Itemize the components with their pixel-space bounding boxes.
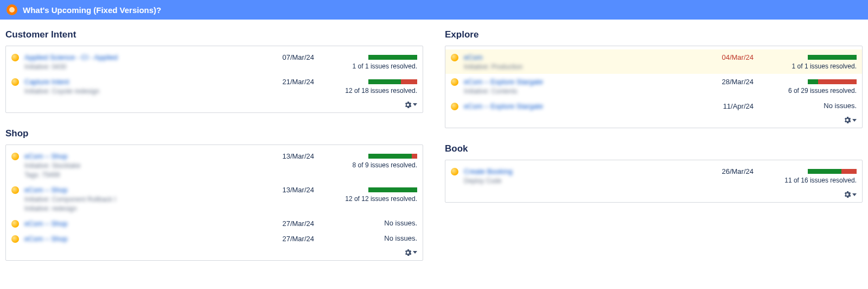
group-title: Explore (445, 29, 863, 40)
version-icon (11, 153, 19, 160)
progress-bar[interactable] (808, 169, 857, 174)
release-date: 28/Mar/24 (688, 77, 754, 86)
version-name[interactable]: eCom – ShopInitiative: StocktakeTags: 75… (24, 152, 249, 180)
chevron-down-icon (852, 193, 857, 196)
release-date: 27/Mar/24 (249, 234, 314, 243)
status-text: 12 of 12 issues resolved. (325, 195, 417, 204)
gear-icon (405, 249, 411, 256)
version-name[interactable]: eCom – Shop (24, 219, 249, 229)
release-date: 04/Mar/24 (688, 53, 754, 61)
release-date: 07/Mar/24 (249, 53, 314, 61)
group-title: Customer Intent (5, 29, 423, 40)
release-date: 13/Mar/24 (249, 152, 314, 160)
gear-icon (844, 117, 851, 123)
left-column: Customer IntentApplied Science - CI - Ap… (5, 29, 423, 276)
version-icon (11, 78, 19, 86)
version-row[interactable]: eComInitiative: Production04/Mar/241 of … (445, 49, 862, 74)
version-row[interactable]: Applied Science - CI - AppliedInitiative… (11, 49, 417, 74)
panel-footer (451, 188, 857, 198)
right-column: ExploreeComInitiative: Production04/Mar/… (445, 29, 863, 276)
progress-column: 8 of 9 issues resolved. (325, 152, 417, 170)
status-text: 1 of 1 issues resolved. (325, 62, 417, 71)
version-name[interactable]: eCom – Shop (24, 234, 249, 244)
progress-bar[interactable] (368, 154, 417, 159)
settings-button[interactable] (844, 117, 857, 123)
progress-column: No issues. (325, 234, 417, 242)
progress-bar[interactable] (368, 55, 417, 60)
settings-button[interactable] (405, 102, 417, 108)
project-group: Customer IntentApplied Science - CI - Ap… (5, 29, 423, 113)
version-icon (451, 168, 458, 175)
version-name[interactable]: Capture IntentInitiative: Coyote redesig… (24, 77, 249, 96)
panel-footer (11, 246, 417, 256)
progress-column: 12 of 12 issues resolved. (325, 185, 417, 204)
version-icon (451, 78, 458, 86)
project-group: BookCreate BookingDeploy Code26/Mar/2411… (445, 143, 863, 203)
group-panel: eCom – ShopInitiative: StocktakeTags: 75… (5, 144, 423, 261)
version-row[interactable]: Create BookingDeploy Code26/Mar/2411 of … (451, 164, 857, 188)
version-name[interactable]: eCom – Explore StargateInitiative: Conte… (464, 77, 688, 96)
status-text: 6 of 29 issues resolved. (764, 87, 857, 96)
version-icon (11, 186, 19, 194)
status-text: No issues. (325, 234, 417, 242)
version-name[interactable]: eCom – ShopInitiative: Component Rollbac… (24, 185, 249, 213)
columns: Customer IntentApplied Science - CI - Ap… (0, 20, 868, 281)
settings-button[interactable] (844, 191, 857, 198)
release-date: 27/Mar/24 (249, 219, 314, 228)
workflow-icon (7, 4, 17, 15)
chevron-down-icon (413, 103, 417, 106)
release-date: 26/Mar/24 (688, 167, 754, 175)
version-icon (451, 54, 458, 61)
version-name[interactable]: eComInitiative: Production (464, 53, 688, 72)
group-panel: eComInitiative: Production04/Mar/241 of … (445, 46, 863, 128)
progress-column: No issues. (764, 102, 857, 110)
status-text: 8 of 9 issues resolved. (325, 161, 417, 170)
status-text: 11 of 16 issues resolved. (764, 177, 857, 185)
version-row[interactable]: eCom – Shop27/Mar/24No issues. (11, 216, 417, 231)
project-group: ShopeCom – ShopInitiative: StocktakeTags… (5, 128, 423, 261)
settings-button[interactable] (405, 249, 417, 256)
progress-column: 11 of 16 issues resolved. (764, 167, 857, 185)
version-row[interactable]: eCom – Explore Stargate11/Apr/24No issue… (451, 98, 857, 114)
group-panel: Applied Science - CI - AppliedInitiative… (5, 46, 423, 113)
status-text: No issues. (764, 102, 857, 110)
release-date: 11/Apr/24 (688, 102, 754, 110)
progress-column: 1 of 1 issues resolved. (325, 53, 417, 71)
version-row[interactable]: eCom – ShopInitiative: Component Rollbac… (11, 182, 417, 216)
version-icon (11, 54, 19, 61)
status-text: No issues. (325, 219, 417, 227)
progress-column: No issues. (325, 219, 417, 227)
release-date: 21/Mar/24 (249, 77, 314, 86)
progress-bar[interactable] (808, 55, 857, 60)
version-icon (11, 220, 19, 228)
progress-column: 12 of 18 issues resolved. (325, 77, 417, 96)
progress-bar[interactable] (368, 79, 417, 84)
progress-bar[interactable] (368, 187, 417, 192)
panel-footer (451, 114, 857, 123)
progress-bar[interactable] (808, 79, 857, 84)
chevron-down-icon (413, 251, 417, 254)
gadget-title: What's Upcoming (Fixed Versions)? (23, 5, 161, 15)
version-row[interactable]: Capture IntentInitiative: Coyote redesig… (11, 74, 417, 98)
gear-icon (844, 191, 851, 198)
status-text: 12 of 18 issues resolved. (325, 87, 417, 96)
version-row[interactable]: eCom – Explore StargateInitiative: Conte… (451, 74, 857, 98)
version-row[interactable]: eCom – ShopInitiative: StocktakeTags: 75… (11, 148, 417, 182)
status-text: 1 of 1 issues resolved. (764, 62, 857, 71)
progress-column: 6 of 29 issues resolved. (764, 77, 857, 96)
version-icon (11, 235, 19, 243)
progress-column: 1 of 1 issues resolved. (764, 53, 857, 71)
group-title: Book (445, 143, 863, 154)
version-icon (451, 103, 458, 110)
version-row[interactable]: eCom – Shop27/Mar/24No issues. (11, 231, 417, 246)
gear-icon (405, 102, 411, 108)
chevron-down-icon (852, 119, 857, 122)
project-group: ExploreeComInitiative: Production04/Mar/… (445, 29, 863, 128)
group-title: Shop (5, 128, 423, 139)
gadget-header: What's Upcoming (Fixed Versions)? (0, 0, 868, 20)
version-name[interactable]: eCom – Explore Stargate (464, 102, 688, 111)
panel-footer (11, 98, 417, 108)
version-name[interactable]: Create BookingDeploy Code (464, 167, 688, 186)
group-panel: Create BookingDeploy Code26/Mar/2411 of … (445, 160, 863, 203)
version-name[interactable]: Applied Science - CI - AppliedInitiative… (24, 53, 249, 72)
